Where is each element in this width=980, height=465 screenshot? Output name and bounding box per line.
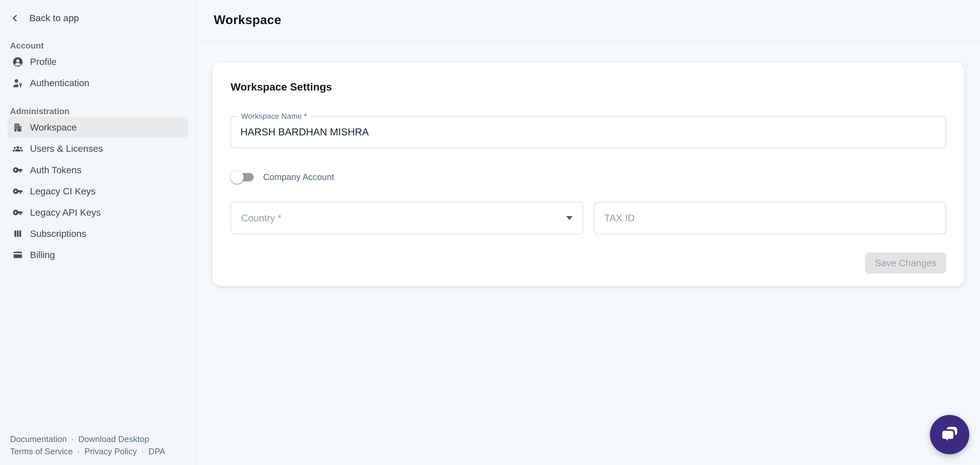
sidebar-item-label: Auth Tokens <box>30 165 81 175</box>
key-icon <box>13 186 23 197</box>
sidebar-item-label: Legacy API Keys <box>30 207 101 218</box>
sidebar-item-label: Subscriptions <box>30 228 86 239</box>
privacy-policy-link[interactable]: Privacy Policy <box>84 447 137 456</box>
sidebar-item-subscriptions[interactable]: Subscriptions <box>8 223 188 244</box>
bars-icon <box>13 228 23 239</box>
chat-launcher-button[interactable] <box>930 415 969 454</box>
building-icon <box>13 122 23 133</box>
back-to-app-label: Back to app <box>29 13 79 24</box>
company-account-row: Company Account <box>231 170 334 185</box>
terms-of-service-link[interactable]: Terms of Service <box>10 447 73 456</box>
tax-id-field[interactable] <box>594 202 946 234</box>
chat-bubbles-icon <box>939 424 960 445</box>
company-account-label: Company Account <box>263 172 334 182</box>
credit-card-icon <box>13 250 23 260</box>
footer-row-1: Documentation·Download Desktop <box>10 433 165 445</box>
footer-separator: · <box>141 447 144 456</box>
download-desktop-link[interactable]: Download Desktop <box>78 435 149 444</box>
sidebar-item-auth-tokens[interactable]: Auth Tokens <box>8 159 188 181</box>
person-circle-icon <box>13 57 23 67</box>
country-select[interactable]: Country * <box>231 202 583 234</box>
sidebar-item-label: Legacy CI Keys <box>30 186 95 197</box>
sidebar-item-label: Workspace <box>30 122 77 133</box>
workspace-settings-card: Workspace Settings Workspace Name * Comp… <box>212 62 964 286</box>
key-icon <box>13 165 23 175</box>
toggle-thumb <box>231 170 244 184</box>
key-icon <box>13 207 23 218</box>
sidebar-item-billing[interactable]: Billing <box>8 244 188 266</box>
section-title-account: Account <box>10 40 196 51</box>
sidebar-item-label: Profile <box>30 56 56 67</box>
people-icon <box>13 143 23 154</box>
save-changes-button[interactable]: Save Changes <box>865 252 946 274</box>
dropdown-arrow-icon <box>566 216 573 220</box>
sidebar-item-label: Users & Licenses <box>30 143 103 154</box>
back-to-app-button[interactable]: Back to app <box>11 11 196 26</box>
country-tax-row: Country * <box>231 202 946 234</box>
card-title: Workspace Settings <box>231 81 332 93</box>
sidebar-item-label: Billing <box>30 250 55 260</box>
dpa-link[interactable]: DPA <box>148 447 165 456</box>
country-placeholder: Country * <box>241 213 282 223</box>
sidebar-item-legacy-api-keys[interactable]: Legacy API Keys <box>8 202 188 223</box>
tax-id-input[interactable] <box>594 202 946 234</box>
sidebar-item-legacy-ci-keys[interactable]: Legacy CI Keys <box>8 181 188 202</box>
footer-separator: · <box>71 435 74 444</box>
page-header: Workspace <box>197 0 980 42</box>
sidebar-item-profile[interactable]: Profile <box>8 51 188 72</box>
sidebar-footer: Documentation·Download Desktop Terms of … <box>10 433 165 457</box>
sidebar: Back to app Account Profile Authenticati… <box>0 0 197 465</box>
workspace-name-input[interactable] <box>231 116 946 148</box>
footer-row-2: Terms of Service·Privacy Policy·DPA <box>10 445 165 457</box>
sidebar-item-authentication[interactable]: Authentication <box>8 72 188 94</box>
workspace-name-label: Workspace Name * <box>238 112 310 121</box>
footer-separator: · <box>77 447 80 456</box>
sidebar-item-label: Authentication <box>30 78 89 88</box>
person-key-icon <box>13 78 23 89</box>
sidebar-item-users-licenses[interactable]: Users & Licenses <box>8 138 188 159</box>
documentation-link[interactable]: Documentation <box>10 435 67 444</box>
chevron-left-icon <box>11 14 19 22</box>
page-title: Workspace <box>214 13 281 27</box>
workspace-name-field[interactable]: Workspace Name * <box>231 116 946 148</box>
section-title-administration: Administration <box>10 106 196 117</box>
sidebar-item-workspace[interactable]: Workspace <box>8 117 188 138</box>
company-account-toggle[interactable] <box>231 170 255 184</box>
